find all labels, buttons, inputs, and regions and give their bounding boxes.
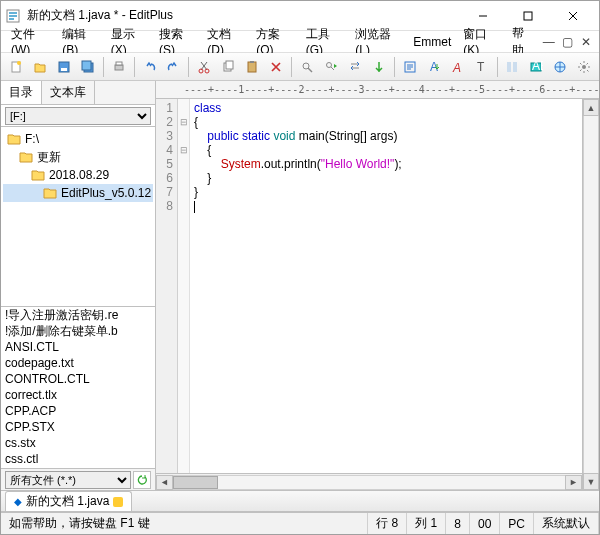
menu-window[interactable]: 窗口(K) xyxy=(457,32,505,52)
column-icon[interactable] xyxy=(502,56,524,78)
code-text[interactable]: class { public static void main(String[]… xyxy=(190,99,582,473)
file-item[interactable]: css.ctl xyxy=(1,451,155,467)
find-next-icon[interactable] xyxy=(320,56,342,78)
fold-column[interactable]: ⊟⊟ xyxy=(178,99,190,473)
app-icon xyxy=(5,8,21,24)
file-item[interactable]: !导入注册激活密钥.re xyxy=(1,307,155,323)
new-file-icon[interactable] xyxy=(5,56,27,78)
file-item[interactable]: ANSI.CTL xyxy=(1,339,155,355)
status-encoding: 系统默认 xyxy=(534,513,599,534)
modified-icon xyxy=(113,497,123,507)
file-item[interactable]: !添加/删除右键菜单.b xyxy=(1,323,155,339)
find-icon[interactable] xyxy=(296,56,318,78)
save-icon[interactable] xyxy=(53,56,75,78)
highlight-icon[interactable]: AB xyxy=(525,56,547,78)
browser-icon[interactable] xyxy=(549,56,571,78)
file-item[interactable]: CPP.ACP xyxy=(1,403,155,419)
scroll-thumb[interactable] xyxy=(173,476,218,489)
redo-icon[interactable] xyxy=(163,56,185,78)
file-item[interactable]: cs.stx xyxy=(1,435,155,451)
svg-rect-1 xyxy=(524,12,532,20)
tree-node: 2018.08.29 xyxy=(3,166,153,184)
vertical-scrollbar[interactable]: ▲ ▼ xyxy=(582,99,599,490)
sidebar: 目录 文本库 [F:] F:\ 更新 2018.08.29 EditPlus_v… xyxy=(1,81,156,490)
font-up-icon[interactable]: A xyxy=(447,56,469,78)
refresh-button[interactable] xyxy=(133,471,151,489)
svg-rect-22 xyxy=(507,62,511,72)
scroll-right-icon[interactable]: ► xyxy=(565,475,582,490)
menu-browser[interactable]: 浏览器(L) xyxy=(349,32,407,52)
cut-icon[interactable] xyxy=(193,56,215,78)
status-v1: 8 xyxy=(446,513,470,534)
code-area[interactable]: 12345678 ⊟⊟ class { public static void m… xyxy=(156,99,582,473)
svg-rect-5 xyxy=(61,68,67,71)
svg-text:AB: AB xyxy=(532,60,543,73)
settings-icon[interactable] xyxy=(573,56,595,78)
document-tabs: ◆ 新的文档 1.java xyxy=(1,490,599,512)
line-gutter: 12345678 xyxy=(156,99,178,473)
paste-icon[interactable] xyxy=(241,56,263,78)
menu-help[interactable]: 帮助 xyxy=(506,32,540,52)
word-wrap-icon[interactable] xyxy=(399,56,421,78)
copy-icon[interactable] xyxy=(217,56,239,78)
svg-point-27 xyxy=(582,65,586,69)
menu-emmet[interactable]: Emmet xyxy=(407,32,457,52)
status-line: 行 8 xyxy=(368,513,407,534)
status-col: 列 1 xyxy=(407,513,446,534)
file-item[interactable]: CPP.STX xyxy=(1,419,155,435)
tree-node: F:\ xyxy=(3,130,153,148)
status-help: 如需帮助，请按键盘 F1 键 xyxy=(1,513,368,534)
menu-project[interactable]: 方案(O) xyxy=(250,32,300,52)
file-item[interactable]: correct.tlx xyxy=(1,387,155,403)
menu-view[interactable]: 显示(X) xyxy=(105,32,153,52)
svg-rect-8 xyxy=(115,65,123,70)
scroll-left-icon[interactable]: ◄ xyxy=(156,475,173,490)
window-title: 新的文档 1.java * - EditPlus xyxy=(27,7,460,24)
svg-text:T: T xyxy=(477,60,485,74)
horizontal-scrollbar[interactable]: ◄ ► xyxy=(156,473,582,490)
drive-select[interactable]: [F:] xyxy=(5,107,151,125)
status-mode: PC xyxy=(500,513,534,534)
sidebar-tab-cliptext[interactable]: 文本库 xyxy=(42,81,95,104)
ruler: ----+----1----+----2----+----3----+----4… xyxy=(156,81,599,99)
svg-rect-15 xyxy=(250,61,254,63)
menu-tools[interactable]: 工具(G) xyxy=(300,32,350,52)
svg-rect-14 xyxy=(248,62,256,72)
font-down-icon[interactable]: A xyxy=(423,56,445,78)
svg-rect-23 xyxy=(513,62,517,72)
menu-file[interactable]: 文件(W) xyxy=(5,32,56,52)
scroll-up-icon[interactable]: ▲ xyxy=(583,99,599,116)
mdi-restore-icon[interactable]: ▢ xyxy=(560,34,575,50)
menu-edit[interactable]: 编辑(B) xyxy=(56,32,104,52)
goto-icon[interactable] xyxy=(368,56,390,78)
statusbar: 如需帮助，请按键盘 F1 键 行 8 列 1 8 00 PC 系统默认 xyxy=(1,512,599,534)
print-icon[interactable] xyxy=(108,56,130,78)
close-button[interactable] xyxy=(550,2,595,30)
mdi-close-icon[interactable]: ✕ xyxy=(578,34,593,50)
svg-point-17 xyxy=(327,62,332,67)
open-icon[interactable] xyxy=(29,56,51,78)
save-all-icon[interactable] xyxy=(77,56,99,78)
delete-icon[interactable] xyxy=(265,56,287,78)
scroll-down-icon[interactable]: ▼ xyxy=(583,473,599,490)
menu-search[interactable]: 搜索(S) xyxy=(153,32,201,52)
sidebar-tab-directory[interactable]: 目录 xyxy=(1,81,42,104)
tab-label: 新的文档 1.java xyxy=(26,493,109,510)
mdi-minimize-icon[interactable]: — xyxy=(541,34,556,50)
file-item[interactable]: codepage.txt xyxy=(1,355,155,371)
replace-icon[interactable] xyxy=(344,56,366,78)
undo-icon[interactable] xyxy=(139,56,161,78)
tree-node: 更新 xyxy=(3,148,153,166)
svg-rect-13 xyxy=(226,61,233,69)
editor: ----+----1----+----2----+----3----+----4… xyxy=(156,81,599,490)
file-item[interactable]: CONTROL.CTL xyxy=(1,371,155,387)
font-icon[interactable]: T xyxy=(471,56,493,78)
file-list[interactable]: !导入注册激活密钥.re !添加/删除右键菜单.b ANSI.CTL codep… xyxy=(1,307,155,468)
file-filter-select[interactable]: 所有文件 (*.*) xyxy=(5,471,131,489)
tree-node-selected: EditPlus_v5.0.12 xyxy=(3,184,153,202)
menubar: 文件(W) 编辑(B) 显示(X) 搜索(S) 文档(D) 方案(O) 工具(G… xyxy=(1,31,599,53)
folder-tree[interactable]: F:\ 更新 2018.08.29 EditPlus_v5.0.12 xyxy=(1,127,155,307)
svg-point-3 xyxy=(17,61,21,65)
document-tab[interactable]: ◆ 新的文档 1.java xyxy=(5,491,132,511)
menu-document[interactable]: 文档(D) xyxy=(201,32,250,52)
